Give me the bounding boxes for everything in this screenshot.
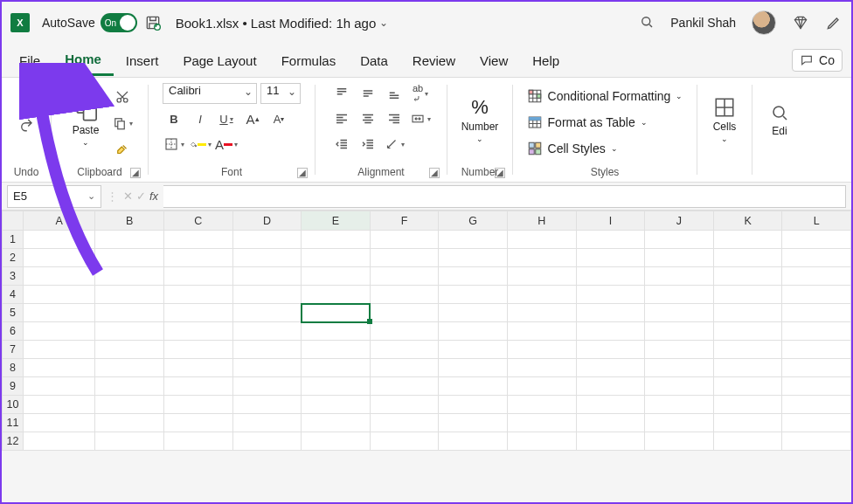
cell[interactable] — [576, 267, 645, 286]
column-header[interactable]: C — [163, 211, 232, 231]
cell[interactable] — [95, 359, 164, 377]
cell[interactable] — [645, 304, 714, 322]
cells-button[interactable]: Cells ⌄ — [704, 83, 745, 156]
cell[interactable] — [782, 286, 851, 304]
cell[interactable] — [782, 267, 851, 286]
cell[interactable] — [782, 322, 851, 341]
tab-data[interactable]: Data — [348, 46, 400, 75]
font-color-icon[interactable]: A — [215, 134, 238, 155]
cell[interactable] — [713, 322, 782, 341]
row-header[interactable]: 1 — [3, 231, 24, 249]
align-middle-icon[interactable] — [357, 83, 379, 104]
column-header[interactable]: F — [370, 211, 439, 231]
cell[interactable] — [713, 249, 782, 267]
cell[interactable] — [645, 267, 714, 286]
edit-pen-icon[interactable] — [825, 14, 843, 31]
cell[interactable] — [302, 267, 371, 286]
autosave-toggle[interactable]: On — [101, 13, 137, 32]
font-launcher-icon[interactable]: ◢ — [297, 168, 308, 178]
cell[interactable] — [645, 359, 714, 377]
cell[interactable] — [95, 432, 164, 451]
column-header[interactable]: K — [713, 211, 782, 231]
align-right-icon[interactable] — [383, 108, 406, 129]
cell[interactable] — [232, 231, 302, 249]
cell[interactable] — [508, 231, 577, 249]
cell[interactable] — [23, 286, 95, 304]
cell[interactable] — [23, 304, 95, 322]
tab-review[interactable]: Review — [400, 46, 468, 75]
search-icon[interactable] — [639, 14, 655, 32]
increase-font-icon[interactable]: A▴ — [241, 108, 264, 129]
align-center-icon[interactable] — [357, 108, 379, 129]
tab-home[interactable]: Home — [52, 45, 114, 76]
column-header[interactable]: H — [508, 211, 577, 231]
cut-icon[interactable] — [111, 86, 134, 107]
cell[interactable] — [302, 396, 371, 414]
cell[interactable] — [232, 414, 302, 432]
tab-insert[interactable]: Insert — [114, 46, 171, 75]
cell[interactable] — [713, 286, 782, 304]
row-header[interactable]: 2 — [3, 249, 24, 267]
cell[interactable] — [95, 249, 164, 267]
cell[interactable] — [370, 359, 439, 377]
row-header[interactable]: 8 — [3, 359, 24, 377]
align-left-icon[interactable] — [330, 108, 353, 129]
cell[interactable] — [302, 304, 371, 322]
cell[interactable] — [370, 377, 439, 396]
document-title[interactable]: Book1.xlsx • Last Modified: 1h ago — [176, 16, 377, 31]
cell[interactable] — [302, 249, 371, 267]
cell[interactable] — [302, 414, 371, 432]
bold-button[interactable]: B — [163, 108, 185, 129]
cell[interactable] — [370, 396, 439, 414]
cell[interactable] — [302, 341, 371, 359]
align-top-icon[interactable] — [330, 83, 353, 104]
cell[interactable] — [508, 286, 577, 304]
cell[interactable] — [370, 322, 439, 341]
cell[interactable] — [508, 322, 577, 341]
cell[interactable] — [232, 396, 302, 414]
cell[interactable] — [645, 322, 714, 341]
comments-button[interactable]: Co — [792, 49, 843, 72]
name-box[interactable]: E5 ⌄ — [7, 185, 101, 208]
cell[interactable] — [370, 304, 439, 322]
redo-icon[interactable] — [15, 114, 38, 135]
column-header[interactable]: L — [782, 211, 851, 231]
cell[interactable] — [508, 267, 577, 286]
conditional-formatting-button[interactable]: Conditional Formatting⌄ — [525, 85, 685, 107]
cell[interactable] — [95, 286, 164, 304]
save-icon[interactable] — [144, 14, 162, 31]
align-bottom-icon[interactable] — [383, 83, 406, 104]
cell[interactable] — [439, 377, 508, 396]
cell[interactable] — [713, 432, 782, 451]
cell[interactable] — [370, 249, 439, 267]
row-header[interactable]: 9 — [3, 377, 24, 396]
cell[interactable] — [576, 249, 645, 267]
italic-button[interactable]: I — [189, 108, 212, 129]
cell[interactable] — [95, 414, 164, 432]
number-format-button[interactable]: % Number ⌄ — [456, 83, 504, 156]
cell[interactable] — [23, 432, 95, 451]
cell[interactable] — [782, 432, 851, 451]
cell[interactable] — [23, 267, 95, 286]
cancel-formula-icon[interactable]: ✕ — [123, 190, 133, 203]
cell[interactable] — [23, 377, 95, 396]
merge-center-icon[interactable] — [409, 108, 432, 129]
cell[interactable] — [508, 249, 577, 267]
wrap-text-icon[interactable]: ab⤶ — [409, 83, 432, 104]
cell[interactable] — [713, 231, 782, 249]
cell[interactable] — [645, 414, 714, 432]
cell[interactable] — [232, 432, 302, 451]
column-header[interactable]: I — [576, 211, 645, 231]
cell[interactable] — [23, 322, 95, 341]
format-as-table-button[interactable]: Format as Table⌄ — [525, 111, 685, 134]
cell[interactable] — [782, 341, 851, 359]
cell[interactable] — [508, 377, 577, 396]
cell[interactable] — [439, 396, 508, 414]
premium-diamond-icon[interactable] — [792, 14, 809, 31]
cell[interactable] — [782, 304, 851, 322]
row-header[interactable]: 3 — [3, 267, 24, 286]
cell[interactable] — [713, 359, 782, 377]
cell[interactable] — [23, 249, 95, 267]
cell[interactable] — [782, 359, 851, 377]
cell[interactable] — [645, 432, 714, 451]
